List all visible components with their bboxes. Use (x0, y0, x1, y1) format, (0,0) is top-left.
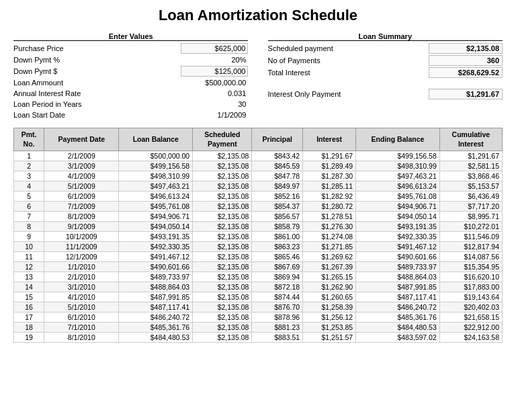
table-cell: 1/1/2010 (44, 262, 119, 272)
table-cell: 6 (14, 202, 44, 212)
table-cell: $487,991.85 (119, 292, 193, 302)
table-cell: 17 (14, 312, 44, 323)
table-cell: $874.44 (252, 292, 303, 302)
purchase-price-value[interactable]: $625,000 (181, 43, 248, 54)
table-row: 12/1/2009$500,000.00$2,135.08$843.42$1,2… (14, 151, 503, 161)
table-cell: $2,135.08 (193, 282, 252, 292)
enter-values-header: Enter Values (13, 32, 248, 41)
table-cell: $16,620.10 (439, 272, 502, 282)
table-cell: $2,581.15 (439, 161, 502, 171)
table-row: 187/1/2010$485,361.76$2,135.08$881.23$1,… (14, 323, 503, 333)
table-cell: $499,156.58 (356, 151, 440, 161)
down-pymt-pct-label: Down Pymt % (13, 56, 181, 64)
table-cell: $2,135.08 (193, 272, 252, 282)
table-cell: $2,135.08 (193, 292, 252, 302)
table-cell: $489,733.97 (356, 262, 440, 272)
table-cell: $1,289.49 (303, 161, 356, 171)
enter-values-panel: Enter Values Purchase Price $625,000 Dow… (13, 32, 248, 121)
table-cell: $494,906.71 (119, 212, 193, 222)
table-cell: $24,163.58 (439, 333, 502, 343)
table-cell: $498,310.99 (119, 171, 193, 181)
loan-amount-row: Loan Ammount $500,000.00 (13, 78, 248, 87)
table-cell: $845.59 (252, 161, 303, 171)
table-cell: $1,253.85 (303, 323, 356, 333)
table-cell: $487,117.41 (356, 292, 440, 302)
table-cell: $487,991.85 (356, 282, 440, 292)
table-cell: $494,050.14 (119, 222, 193, 232)
table-cell: $495,761.08 (356, 192, 440, 202)
interest-only-value: $1,291.67 (429, 89, 503, 99)
table-cell: $2,135.08 (193, 242, 252, 252)
table-cell: $1,280.72 (303, 202, 356, 212)
table-cell: $852.16 (252, 192, 303, 202)
table-row: 45/1/2009$497,463.21$2,135.08$849.97$1,2… (14, 181, 503, 192)
down-pymt-pct-row: Down Pymt % 20% (13, 55, 248, 65)
table-row: 67/1/2009$495,761.08$2,135.08$854.37$1,2… (14, 202, 503, 212)
table-cell: 14 (14, 282, 44, 292)
table-cell: $487,117.41 (119, 302, 193, 312)
table-cell: 5/1/2009 (44, 181, 119, 192)
table-cell: $491,467.12 (356, 242, 440, 252)
table-cell: $861.00 (252, 232, 303, 242)
table-cell: $15,354.95 (439, 262, 502, 272)
table-cell: $488,864.03 (356, 272, 440, 282)
table-cell: $485,361.76 (119, 323, 193, 333)
interest-only-label: Interest Only Payment (268, 90, 429, 98)
table-cell: $495,761.08 (119, 202, 193, 212)
table-cell: 8/1/2009 (44, 212, 119, 222)
table-cell: $483,597.02 (356, 333, 440, 343)
table-cell: 19 (14, 333, 44, 343)
table-cell: 4/1/2010 (44, 292, 119, 302)
table-cell: $492,330.35 (119, 242, 193, 252)
table-row: 198/1/2010$484,480.53$2,135.08$883.51$1,… (14, 333, 503, 343)
table-cell: $489,733.97 (119, 272, 193, 282)
purchase-price-label: Purchase Price (13, 44, 181, 52)
table-cell: $2,135.08 (193, 302, 252, 312)
table-cell: $1,276.30 (303, 222, 356, 232)
table-row: 143/1/2010$488,864.03$2,135.08$872.18$1,… (14, 282, 503, 292)
table-cell: 6/1/2010 (44, 312, 119, 323)
down-pymt-dollar-row: Down Pymt $ $125,000 (13, 66, 248, 77)
table-cell: $7,717.20 (439, 202, 502, 212)
table-cell: $1,269.62 (303, 252, 356, 262)
table-cell: $494,050.14 (356, 212, 440, 222)
table-cell: $12,817.94 (439, 242, 502, 252)
table-cell: 10/1/2009 (44, 232, 119, 242)
table-cell: $2,135.08 (193, 171, 252, 181)
table-cell: $865.46 (252, 252, 303, 262)
table-cell: $1,265.15 (303, 272, 356, 282)
table-row: 154/1/2010$487,991.85$2,135.08$874.44$1,… (14, 292, 503, 302)
table-cell: $2,135.08 (193, 252, 252, 262)
table-cell: $876.70 (252, 302, 303, 312)
table-row: 1112/1/2009$491,467.12$2,135.08$865.46$1… (14, 252, 503, 262)
col-pmt-no: Pmt.No. (14, 128, 44, 151)
table-cell: 4/1/2009 (44, 171, 119, 181)
col-loan-balance: Loan Balance (119, 128, 193, 151)
no-of-payments-row: No of Payments 360 (268, 55, 503, 66)
down-pymt-dollar-value[interactable]: $125,000 (181, 66, 248, 77)
table-cell: $1,271.85 (303, 242, 356, 252)
col-cumulative-interest: CumulativeInterest (439, 128, 502, 151)
table-row: 78/1/2009$494,906.71$2,135.08$856.57$1,2… (14, 212, 503, 222)
table-cell: $867.69 (252, 262, 303, 272)
table-row: 89/1/2009$494,050.14$2,135.08$858.79$1,2… (14, 222, 503, 232)
table-cell: 5/1/2010 (44, 302, 119, 312)
page-title: Loan Amortization Schedule (13, 7, 503, 24)
total-interest-row: Total Interest $268,629.52 (268, 67, 503, 78)
table-cell: $21,658.15 (439, 312, 502, 323)
table-cell: $496,613.24 (119, 192, 193, 202)
table-cell: 8/1/2010 (44, 333, 119, 343)
loan-start-label: Loan Start Date (13, 111, 181, 119)
table-cell: $863.23 (252, 242, 303, 252)
table-cell: $1,287.30 (303, 171, 356, 181)
table-cell: 18 (14, 323, 44, 333)
table-cell: $19,143.64 (439, 292, 502, 302)
loan-summary-panel: Loan Summary Scheduled payment $2,135.08… (268, 32, 503, 121)
table-cell: 3 (14, 171, 44, 181)
table-cell: $486,240.72 (356, 302, 440, 312)
table-cell: $1,256.12 (303, 312, 356, 323)
table-cell: $2,135.08 (193, 161, 252, 171)
table-cell: 10 (14, 242, 44, 252)
table-cell: $14,087.56 (439, 252, 502, 262)
scheduled-payment-value: $2,135.08 (429, 43, 503, 54)
